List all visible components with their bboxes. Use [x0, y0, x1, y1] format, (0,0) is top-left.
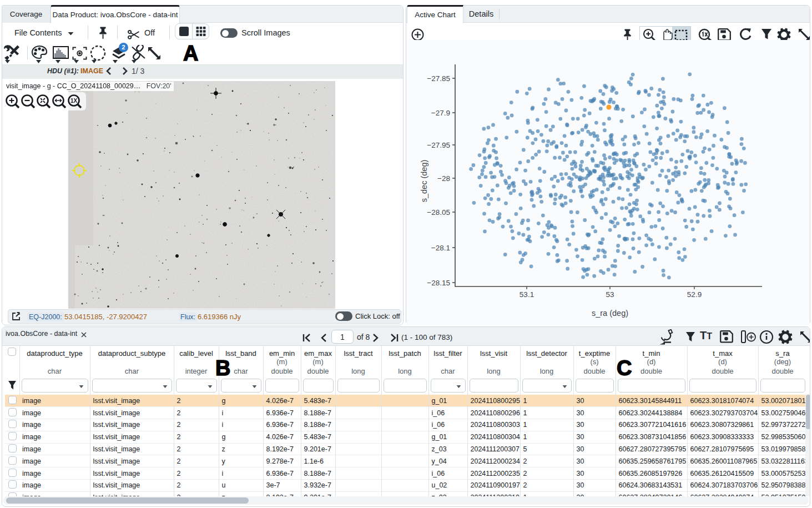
svg-text:53: 53	[606, 290, 614, 299]
svg-text:−27.95: −27.95	[427, 141, 450, 149]
svg-text:−28.15: −28.15	[427, 279, 450, 287]
svg-text:s_dec (deg): s_dec (deg)	[420, 160, 428, 203]
svg-text:−27.9: −27.9	[431, 109, 450, 117]
svg-text:−28.05: −28.05	[427, 208, 450, 217]
svg-text:s_ra (deg): s_ra (deg)	[592, 309, 628, 318]
svg-text:−28: −28	[437, 174, 450, 183]
svg-text:−27.85: −27.85	[427, 74, 450, 83]
svg-text:1X: 1X	[70, 98, 78, 104]
svg-text:53.1: 53.1	[520, 290, 534, 299]
svg-text:−28.1: −28.1	[431, 244, 450, 252]
svg-text:52.9: 52.9	[687, 290, 702, 299]
